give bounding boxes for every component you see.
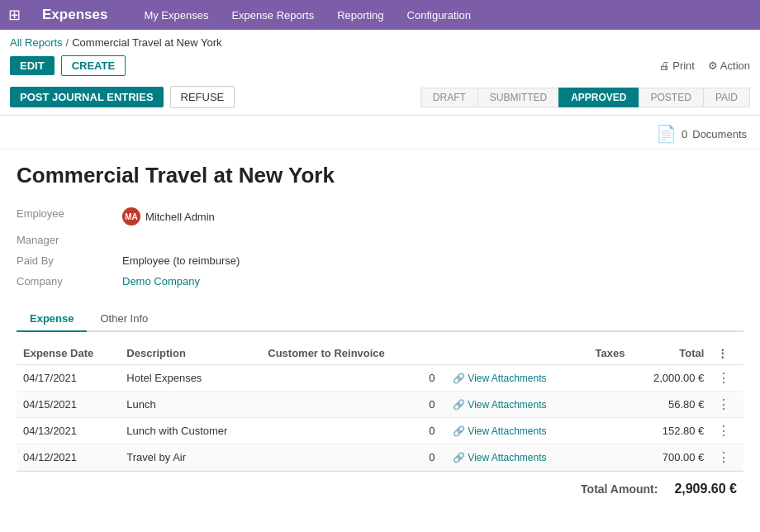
- table-row: 04/15/2021 Lunch 0 🔗 View Attachments 56…: [17, 392, 743, 418]
- cell-customer: [261, 444, 422, 471]
- app-title: Expenses: [42, 7, 107, 23]
- document-icon: 📄: [656, 124, 677, 144]
- tabs: Expense Other Info: [17, 306, 743, 332]
- cell-customer: [261, 365, 422, 392]
- cell-menu[interactable]: ⋮: [710, 365, 743, 392]
- cell-qty: 0: [422, 418, 446, 444]
- main-content: Commercial Travel at New York Employee M…: [0, 150, 760, 513]
- company-value: Demo Company: [122, 273, 430, 290]
- documents-count: 0: [682, 128, 687, 140]
- cell-qty: 0: [422, 392, 446, 418]
- nav-configuration[interactable]: Configuration: [404, 7, 474, 23]
- employee-label: Employee: [17, 205, 116, 228]
- table-row: 04/12/2021 Travel by Air 0 🔗 View Attach…: [17, 444, 743, 471]
- cell-attachment[interactable]: 🔗 View Attachments: [446, 365, 578, 392]
- step-posted: POSTED: [639, 88, 704, 107]
- table-row: 04/13/2021 Lunch with Customer 0 🔗 View …: [17, 418, 743, 444]
- cell-total: 2,000.00 €: [632, 365, 711, 392]
- app-grid-icon[interactable]: ⊞: [8, 6, 21, 24]
- col-taxes: Taxes: [578, 342, 631, 365]
- cell-date: 04/17/2021: [17, 365, 120, 392]
- refuse-button[interactable]: REFUSE: [170, 86, 235, 108]
- cell-menu[interactable]: ⋮: [710, 418, 743, 444]
- status-steps: DRAFT SUBMITTED APPROVED POSTED PAID: [420, 88, 750, 107]
- breadcrumb-current: Commercial Travel at New York: [72, 36, 221, 49]
- nav-reporting[interactable]: Reporting: [334, 7, 387, 23]
- total-label: Total Amount:: [581, 482, 658, 496]
- documents-area: 📄 0 Documents: [0, 116, 760, 150]
- action-bar: EDIT CREATE 🖨 Print ⚙ Action: [0, 52, 760, 83]
- tab-other-info[interactable]: Other Info: [87, 306, 161, 332]
- tab-expense[interactable]: Expense: [17, 306, 87, 332]
- post-journal-entries-button[interactable]: POST JOURNAL ENTRIES: [10, 87, 164, 107]
- col-total: Total: [632, 342, 711, 365]
- total-row: Total Amount: 2,909.60 €: [17, 471, 743, 500]
- expense-table: Expense Date Description Customer to Rei…: [17, 342, 743, 471]
- col-description: Description: [120, 342, 261, 365]
- avatar: MA: [122, 207, 140, 226]
- breadcrumb: All Reports / Commercial Travel at New Y…: [0, 30, 760, 52]
- cell-attachment[interactable]: 🔗 View Attachments: [446, 444, 578, 471]
- col-qty: [422, 342, 446, 365]
- cell-customer: [261, 418, 422, 444]
- create-button[interactable]: CREATE: [61, 55, 126, 76]
- breadcrumb-separator: /: [66, 36, 69, 49]
- cell-taxes: [578, 392, 631, 418]
- cell-taxes: [578, 418, 631, 444]
- action-button[interactable]: ⚙ Action: [708, 59, 750, 72]
- cell-qty: 0: [422, 365, 446, 392]
- cell-attachment[interactable]: 🔗 View Attachments: [446, 392, 578, 418]
- cell-taxes: [578, 365, 631, 392]
- cell-date: 04/12/2021: [17, 444, 120, 471]
- breadcrumb-parent[interactable]: All Reports: [10, 36, 63, 49]
- cell-total: 700.00 €: [632, 444, 711, 471]
- cell-taxes: [578, 444, 631, 471]
- col-attachments: [446, 342, 578, 365]
- manager-value: [122, 231, 430, 249]
- cell-description: Hotel Expenses: [120, 365, 261, 392]
- report-title: Commercial Travel at New York: [17, 163, 743, 188]
- step-approved: APPROVED: [558, 88, 639, 107]
- total-value: 2,909.60 €: [674, 482, 737, 496]
- cell-total: 152.80 €: [632, 418, 711, 444]
- cell-menu[interactable]: ⋮: [710, 444, 743, 471]
- cell-attachment[interactable]: 🔗 View Attachments: [446, 418, 578, 444]
- cell-description: Lunch with Customer: [120, 418, 261, 444]
- print-button[interactable]: 🖨 Print: [659, 59, 695, 72]
- nav-my-expenses[interactable]: My Expenses: [140, 7, 211, 23]
- nav-expense-reports[interactable]: Expense Reports: [228, 7, 317, 23]
- col-menu: ⋮: [710, 342, 743, 365]
- step-submitted: SUBMITTED: [477, 88, 559, 107]
- step-paid: PAID: [703, 88, 750, 107]
- cell-menu[interactable]: ⋮: [710, 392, 743, 418]
- fields-grid: Employee MA Mitchell Admin Manager Paid …: [17, 205, 430, 290]
- col-expense-date: Expense Date: [17, 342, 120, 365]
- col-customer: Customer to Reinvoice: [261, 342, 422, 365]
- cell-customer: [261, 392, 422, 418]
- action-right: 🖨 Print ⚙ Action: [659, 59, 750, 72]
- cell-total: 56.80 €: [632, 392, 711, 418]
- employee-value: MA Mitchell Admin: [122, 205, 430, 228]
- top-navigation: ⊞ Expenses My Expenses Expense Reports R…: [0, 0, 760, 30]
- company-label: Company: [17, 273, 116, 290]
- cell-qty: 0: [422, 444, 446, 471]
- edit-button[interactable]: EDIT: [10, 56, 55, 75]
- paid-by-label: Paid By: [17, 252, 116, 269]
- table-row: 04/17/2021 Hotel Expenses 0 🔗 View Attac…: [17, 365, 743, 392]
- cell-date: 04/13/2021: [17, 418, 120, 444]
- documents-widget[interactable]: 📄 0 Documents: [656, 124, 747, 144]
- paid-by-value: Employee (to reimburse): [122, 252, 430, 269]
- documents-label: Documents: [692, 128, 747, 140]
- cell-description: Lunch: [120, 392, 261, 418]
- cell-description: Travel by Air: [120, 444, 261, 471]
- manager-label: Manager: [17, 231, 116, 249]
- step-draft: DRAFT: [420, 88, 478, 107]
- status-bar: POST JOURNAL ENTRIES REFUSE DRAFT SUBMIT…: [0, 83, 760, 116]
- cell-date: 04/15/2021: [17, 392, 120, 418]
